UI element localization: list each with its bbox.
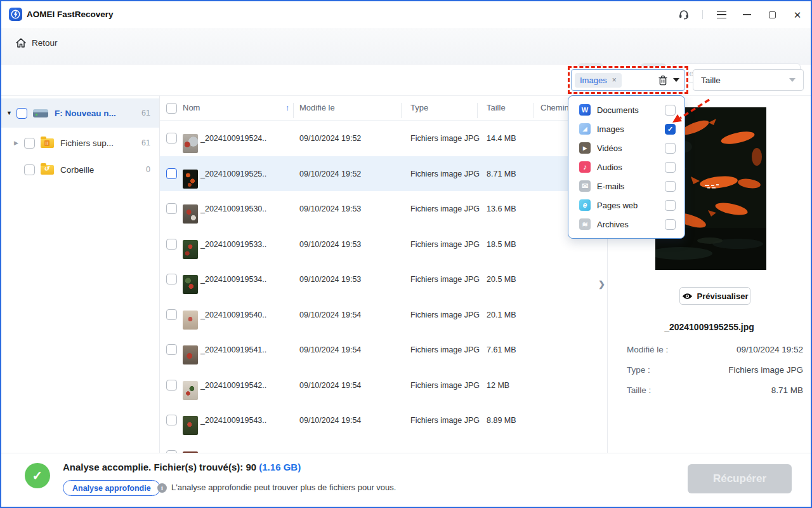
size-filter-dropdown[interactable]: Taille bbox=[693, 69, 804, 91]
type-chip-images[interactable]: Images × bbox=[575, 73, 622, 88]
tree-expand-icon[interactable]: ▼ bbox=[6, 110, 16, 116]
back-button[interactable]: Retour bbox=[15, 37, 58, 48]
type-icon bbox=[579, 161, 591, 173]
row-checkbox[interactable] bbox=[166, 239, 177, 250]
type-menu-checkbox[interactable] bbox=[665, 162, 676, 173]
cell-file-size: 8.71 MB bbox=[487, 170, 516, 178]
type-menu-label: Pages web bbox=[597, 201, 665, 210]
cell-file-size: 7.61 MB bbox=[487, 345, 516, 354]
sidebar-checkbox[interactable] bbox=[24, 138, 35, 149]
table-row[interactable]: _2024100919543.. 09/10/2024 19:54 Fichie… bbox=[160, 403, 607, 438]
type-icon bbox=[579, 104, 591, 116]
tree-expand-icon[interactable]: ▶ bbox=[14, 140, 24, 146]
cell-file-type: Fichiers image JPG bbox=[410, 240, 480, 249]
type-menu-item[interactable]: Images bbox=[568, 119, 684, 138]
chip-remove-icon[interactable]: × bbox=[612, 76, 617, 84]
cell-file-name: _2024100919540.. bbox=[200, 311, 266, 319]
sidebar-item-label: Corbeille bbox=[60, 165, 146, 175]
type-filter-caret-icon[interactable] bbox=[673, 78, 679, 82]
type-menu-item[interactable]: Vidéos bbox=[568, 138, 684, 157]
row-checkbox[interactable] bbox=[166, 380, 177, 391]
sidebar-checkbox[interactable] bbox=[16, 108, 27, 119]
column-header-type[interactable]: Type bbox=[410, 103, 428, 112]
type-menu-item[interactable]: Pages web bbox=[568, 196, 684, 215]
sidebar-item-icon bbox=[41, 138, 54, 148]
toolbar: Retour ✓ bbox=[1, 28, 811, 65]
row-checkbox[interactable] bbox=[166, 168, 177, 179]
close-icon[interactable]: ✕ bbox=[790, 8, 804, 22]
sidebar-checkbox[interactable] bbox=[24, 164, 35, 175]
table-row[interactable]: _2024100919530.. 09/10/2024 19:53 Fichie… bbox=[160, 191, 607, 227]
type-menu-item[interactable]: Audios bbox=[568, 157, 684, 177]
table-row[interactable]: _2024100919543.. 09/10/2024 19:54 Fichie… bbox=[160, 438, 607, 453]
support-headset-icon[interactable] bbox=[677, 8, 691, 22]
file-thumbnail bbox=[183, 416, 198, 435]
app-logo-icon bbox=[9, 8, 22, 21]
type-chip-label: Images bbox=[580, 76, 607, 85]
type-menu-label: E-mails bbox=[597, 182, 665, 191]
table-row[interactable]: _2024100919541.. 09/10/2024 19:54 Fichie… bbox=[160, 332, 607, 368]
file-thumbnail bbox=[183, 170, 198, 189]
size-filter-label: Taille bbox=[701, 76, 789, 85]
type-menu-label: Audios bbox=[597, 163, 665, 172]
cell-file-name: _2024100919534.. bbox=[200, 275, 266, 284]
type-menu-label: Images bbox=[597, 124, 665, 134]
type-menu-checkbox[interactable] bbox=[665, 124, 676, 135]
cell-file-type: Fichiers image JPG bbox=[410, 381, 480, 390]
maximize-icon[interactable] bbox=[765, 8, 779, 22]
sort-ascending-icon[interactable]: ↑ bbox=[285, 103, 290, 112]
type-menu-item[interactable]: Archives bbox=[568, 215, 684, 234]
row-checkbox[interactable] bbox=[166, 344, 177, 355]
size-filter-caret-icon bbox=[789, 78, 796, 82]
table-row[interactable]: _2024100919540.. 09/10/2024 19:54 Fichie… bbox=[160, 297, 607, 333]
type-menu-checkbox[interactable] bbox=[665, 143, 676, 154]
select-all-checkbox[interactable] bbox=[166, 103, 177, 114]
table-row[interactable]: _2024100919533.. 09/10/2024 19:53 Fichie… bbox=[160, 227, 607, 262]
preview-button[interactable]: Prévisualiser bbox=[679, 287, 750, 305]
deep-scan-button[interactable]: Analyse approfondie bbox=[63, 480, 160, 496]
type-filter-control[interactable]: Images × bbox=[571, 69, 685, 91]
table-row[interactable]: _2024100919534.. 09/10/2024 19:53 Fichie… bbox=[160, 262, 607, 297]
cell-file-type: Fichiers image JPG bbox=[410, 170, 480, 178]
minimize-icon[interactable] bbox=[740, 8, 754, 22]
sidebar-item[interactable]: Corbeille 0 bbox=[1, 158, 159, 181]
row-checkbox[interactable] bbox=[166, 203, 177, 214]
type-menu-checkbox[interactable] bbox=[665, 219, 676, 230]
row-checkbox[interactable] bbox=[166, 309, 177, 320]
cell-modified-date: 09/10/2024 19:54 bbox=[299, 381, 361, 390]
cell-file-name: _2024100919530.. bbox=[200, 204, 266, 213]
file-thumbnail bbox=[183, 275, 198, 294]
recover-button[interactable]: Récupérer bbox=[688, 464, 792, 493]
column-header-name[interactable]: Nom bbox=[183, 103, 200, 112]
type-menu-item[interactable]: Documents bbox=[568, 100, 684, 119]
table-row[interactable]: _2024100919525.. 09/10/2024 19:52 Fichie… bbox=[160, 156, 607, 192]
type-menu-checkbox[interactable] bbox=[665, 200, 676, 211]
cell-file-type: Fichiers image JPG bbox=[410, 275, 480, 284]
file-thumbnail bbox=[183, 204, 198, 224]
row-checkbox[interactable] bbox=[166, 133, 177, 144]
sidebar-item[interactable]: ▶ Fichiers sup... 61 bbox=[1, 131, 159, 154]
table-row[interactable]: _2024100919524.. 09/10/2024 19:52 Fichie… bbox=[160, 121, 607, 156]
row-checkbox[interactable] bbox=[166, 274, 177, 284]
clear-filters-trash-icon[interactable] bbox=[658, 75, 668, 86]
sidebar-item[interactable]: ▼ F: Nouveau n... 61 bbox=[1, 98, 159, 128]
detail-row: Taille : 8.71 MB bbox=[627, 385, 803, 395]
file-thumbnail bbox=[183, 240, 198, 259]
hamburger-menu-icon[interactable] bbox=[714, 8, 728, 22]
detail-value: 09/10/2024 19:52 bbox=[737, 345, 803, 354]
status-bar: ✓ Analyse accomplie. Fichier(s) trouvé(s… bbox=[1, 453, 811, 507]
panel-collapse-chevron-icon[interactable]: ❯ bbox=[598, 279, 605, 289]
table-row[interactable]: _2024100919542.. 09/10/2024 19:54 Fichie… bbox=[160, 368, 607, 403]
column-header-size[interactable]: Taille bbox=[487, 103, 506, 112]
type-menu-checkbox[interactable] bbox=[665, 105, 676, 116]
main-area: ▼ F: Nouveau n... 61 ▶ Fichiers sup... 6… bbox=[1, 95, 811, 453]
row-checkbox[interactable] bbox=[166, 415, 177, 425]
detail-value: 8.71 MB bbox=[771, 385, 803, 395]
column-header-modified[interactable]: Modifié le bbox=[299, 103, 335, 112]
column-header-path[interactable]: Chemin bbox=[540, 103, 569, 112]
app-title: AOMEI FastRecovery bbox=[27, 10, 114, 19]
type-menu-item[interactable]: E-mails bbox=[568, 177, 684, 196]
type-menu-checkbox[interactable] bbox=[665, 181, 676, 192]
cell-modified-date: 09/10/2024 19:54 bbox=[299, 416, 361, 425]
sidebar-item-icon bbox=[33, 109, 48, 117]
